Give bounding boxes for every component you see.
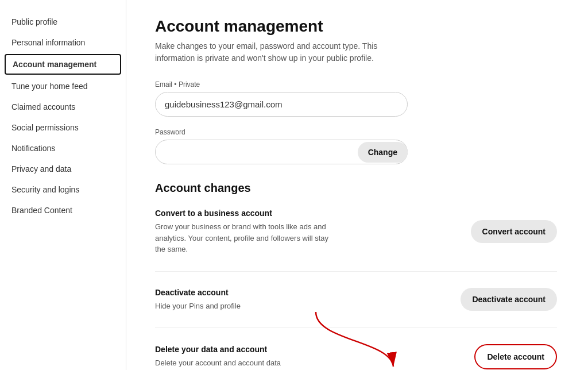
password-label: Password [155, 128, 557, 136]
change-desc-deactivate: Hide your Pins and profile [155, 300, 241, 312]
account-change-row-deactivate: Deactivate accountHide your Pins and pro… [155, 288, 557, 329]
change-password-button[interactable]: Change [358, 142, 408, 163]
action-button-convert[interactable]: Convert account [471, 220, 557, 243]
email-input[interactable] [155, 92, 408, 117]
action-button-deactivate[interactable]: Deactivate account [461, 288, 557, 311]
change-title-delete: Delete your data and account [155, 345, 281, 354]
sidebar-item-tune-home-feed[interactable]: Tune your home feed [0, 76, 126, 97]
change-desc-delete: Delete your account and account data [155, 357, 281, 369]
change-info-convert: Convert to a business accountGrow your b… [155, 209, 339, 255]
sidebar-item-social-permissions[interactable]: Social permissions [0, 117, 126, 138]
email-label: Email • Private [155, 80, 557, 88]
sidebar-item-account-management[interactable]: Account management [5, 54, 121, 75]
main-content: Account management Make changes to your … [126, 0, 586, 370]
sidebar-item-privacy-and-data[interactable]: Privacy and data [0, 159, 126, 179]
change-desc-convert: Grow your business or brand with tools l… [155, 221, 339, 255]
account-changes-section-title: Account changes [155, 182, 557, 195]
action-button-delete[interactable]: Delete account [474, 344, 557, 369]
account-change-row-convert: Convert to a business accountGrow your b… [155, 209, 557, 272]
change-info-deactivate: Deactivate accountHide your Pins and pro… [155, 288, 241, 312]
sidebar-item-notifications[interactable]: Notifications [0, 138, 126, 159]
email-field-wrapper [155, 92, 408, 117]
change-title-convert: Convert to a business account [155, 209, 339, 218]
page-subtitle: Make changes to your email, password and… [155, 40, 396, 64]
sidebar: Public profilePersonal informationAccoun… [0, 0, 126, 370]
sidebar-item-claimed-accounts[interactable]: Claimed accounts [0, 97, 126, 117]
account-change-row-delete: Delete your data and accountDelete your … [155, 344, 557, 370]
sidebar-item-security-and-logins[interactable]: Security and logins [0, 179, 126, 200]
change-info-delete: Delete your data and accountDelete your … [155, 345, 281, 369]
account-changes-list: Convert to a business accountGrow your b… [155, 209, 557, 370]
change-title-deactivate: Deactivate account [155, 288, 241, 297]
sidebar-item-personal-information[interactable]: Personal information [0, 32, 126, 53]
password-field-wrapper: 👁 Change [155, 140, 408, 164]
page-title: Account management [155, 17, 557, 36]
sidebar-item-public-profile[interactable]: Public profile [0, 11, 126, 32]
sidebar-item-branded-content[interactable]: Branded Content [0, 200, 126, 221]
